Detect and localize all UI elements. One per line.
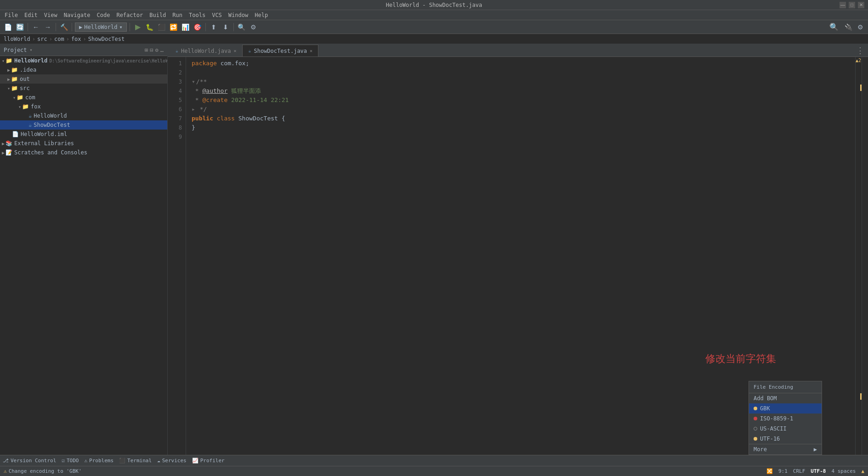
maximize-button[interactable]: □ [849, 2, 855, 8]
profile-button[interactable]: 🎯 [193, 22, 203, 32]
breadcrumb-project[interactable]: lloWorld [4, 36, 30, 42]
window-controls: — □ ✕ [840, 2, 864, 8]
services-tool[interactable]: ☁ Services [157, 458, 187, 464]
coverage-button[interactable]: 📊 [181, 22, 191, 32]
breadcrumb-src[interactable]: src [37, 36, 47, 42]
utf16-label: UTF-16 [760, 436, 780, 442]
code-line-5: * @create 2022-11-14 22:21 [192, 96, 850, 105]
menu-window[interactable]: Window [226, 11, 251, 19]
menu-code[interactable]: Code [94, 11, 113, 19]
menu-file[interactable]: File [2, 11, 21, 19]
breadcrumb-class[interactable]: ShowDocTest [88, 36, 125, 42]
breadcrumb-com[interactable]: com [54, 36, 64, 42]
vcs-update-button[interactable]: ⬆ [209, 22, 219, 32]
ext-libs-icon: 📚 [6, 140, 12, 147]
menu-build[interactable]: Build [147, 11, 169, 19]
todo-label: TODO [67, 458, 79, 464]
todo-tool[interactable]: ☑ TODO [62, 458, 79, 464]
code-line-2 [192, 68, 850, 77]
iml-icon: 📄 [12, 131, 19, 137]
expand-arrow-scratches: ▶ [2, 150, 5, 155]
status-warning-icon: ⚠ [4, 468, 7, 474]
encoding-gbk[interactable]: GBK [749, 403, 822, 414]
gear-settings-button[interactable]: ⚙ [855, 22, 865, 32]
encoding-iso[interactable]: ISO-8859-1 [749, 414, 822, 424]
minimize-button[interactable]: — [840, 2, 846, 8]
settings-button[interactable]: ⚙ [249, 22, 259, 32]
out-folder-icon: 📁 [11, 76, 18, 82]
panel-icon-settings[interactable]: ⚙ [155, 47, 159, 53]
tab-helloworld[interactable]: ☕ HelloWorld.java ✕ [170, 45, 242, 57]
title-bar-title: HelloWorld - ShowDocTest.java [386, 2, 482, 8]
tree-label-showdoctest: ShowDocTest [34, 122, 70, 128]
profiler-tool[interactable]: 📈 Profiler [192, 458, 225, 464]
close-button[interactable]: ✕ [858, 2, 864, 8]
tab-helloworld-close[interactable]: ✕ [233, 48, 236, 53]
tree-item-scratches[interactable]: ▶ 📝 Scratches and Consoles [0, 148, 167, 157]
panel-icon-collapse[interactable]: ⊟ [150, 47, 153, 53]
panel-icon-more[interactable]: … [160, 47, 164, 53]
menu-help[interactable]: Help [252, 11, 271, 19]
encoding-utf16[interactable]: UTF-16 [749, 434, 822, 444]
tree-item-out[interactable]: ▶ 📁 out [0, 74, 167, 84]
line-num-3: 3 [170, 77, 182, 86]
tree-item-iml[interactable]: 📄 HelloWorld.iml [0, 130, 167, 139]
plugins-button[interactable]: 🔌 [843, 22, 853, 32]
status-change-text[interactable]: Change encoding to 'GBK' [9, 468, 82, 474]
tab-showdoctest-label: ShowDocTest.java [254, 48, 307, 54]
tab-more-button[interactable]: ⋮ [852, 45, 868, 55]
tree-item-src[interactable]: ▾ 📁 src [0, 84, 167, 93]
menu-view[interactable]: View [41, 11, 60, 19]
toolbar-back-button[interactable]: ← [31, 22, 41, 32]
menu-tools[interactable]: Tools [186, 11, 208, 19]
menu-navigate[interactable]: Navigate [61, 11, 93, 19]
status-crlf[interactable]: CRLF [793, 468, 806, 474]
showdoctest-java-icon: ☕ [28, 122, 32, 128]
tree-item-showdoctest[interactable]: ☕ ShowDocTest [0, 120, 167, 130]
toolbar-open-button[interactable]: 🔄 [15, 22, 25, 32]
tree-label-helloworld: HelloWorld [14, 57, 47, 64]
tree-label-iml: HelloWorld.iml [21, 131, 67, 137]
tree-item-com[interactable]: ▾ 📁 com [0, 93, 167, 102]
terminal-tool[interactable]: ⬛ Terminal [119, 458, 152, 464]
problems-tool[interactable]: ⚠ Problems [84, 458, 113, 464]
code-line-4: * @author 狐狸半面添 [192, 86, 850, 96]
breadcrumb-fox[interactable]: fox [71, 36, 81, 42]
run-button[interactable]: ▶ [133, 22, 143, 32]
search-everywhere-button[interactable]: 🔍 [827, 23, 841, 31]
menu-refactor[interactable]: Refactor [113, 11, 146, 19]
tree-item-fox[interactable]: ▾ 📁 fox [0, 102, 167, 111]
tab-showdoctest[interactable]: ☕ ShowDocTest.java ✕ [242, 45, 318, 57]
toolbar-build-button[interactable]: 🔨 [59, 22, 69, 32]
version-control-tool[interactable]: ⎇ Version Control [3, 458, 56, 464]
vcs-commit-button[interactable]: ⬇ [221, 22, 231, 32]
menu-bar: File Edit View Navigate Code Refactor Bu… [0, 10, 868, 20]
menu-vcs[interactable]: VCS [209, 11, 225, 19]
tab-bar: ☕ HelloWorld.java ✕ ☕ ShowDocTest.java ✕… [168, 44, 868, 57]
tree-item-ext-libs[interactable]: ▶ 📚 External Libraries [0, 139, 167, 148]
panel-icon-expand[interactable]: ⊞ [145, 47, 148, 53]
tree-item-helloworld-java[interactable]: ☕ HelloWorld [0, 111, 167, 120]
status-git-icon: 🔀 [766, 468, 773, 474]
rebuild-button[interactable]: 🔁 [169, 22, 179, 32]
toolbar-new-button[interactable]: 📄 [3, 22, 13, 32]
tree-item-idea[interactable]: ▶ 📁 .idea [0, 65, 167, 74]
encoding-more[interactable]: More ▶ [749, 444, 822, 454]
menu-edit[interactable]: Edit [22, 11, 40, 19]
encoding-add-bom[interactable]: Add BOM [749, 393, 822, 403]
status-spaces[interactable]: 4 spaces [831, 468, 856, 474]
stop-button[interactable]: ⬛ [157, 22, 167, 32]
profiler-icon: 📈 [192, 458, 199, 464]
project-dropdown[interactable]: ▶ HelloWorld ▾ [75, 23, 127, 32]
encoding-usascii[interactable]: US-ASCII [749, 424, 822, 434]
tree-item-helloworld-root[interactable]: ▾ 📁 HelloWorld D:\SoftwareEngineering\ja… [0, 56, 167, 65]
status-encoding[interactable]: UTF-8 [811, 468, 826, 474]
tree-label-fox: fox [31, 103, 41, 110]
tree-label-out: out [20, 76, 30, 82]
debug-button[interactable]: 🐛 [145, 22, 155, 32]
find-button[interactable]: 🔍 [237, 22, 247, 32]
status-position[interactable]: 9:1 [778, 468, 788, 474]
menu-run[interactable]: Run [170, 11, 185, 19]
tab-showdoctest-close[interactable]: ✕ [310, 48, 312, 53]
toolbar-forward-button[interactable]: → [43, 22, 53, 32]
